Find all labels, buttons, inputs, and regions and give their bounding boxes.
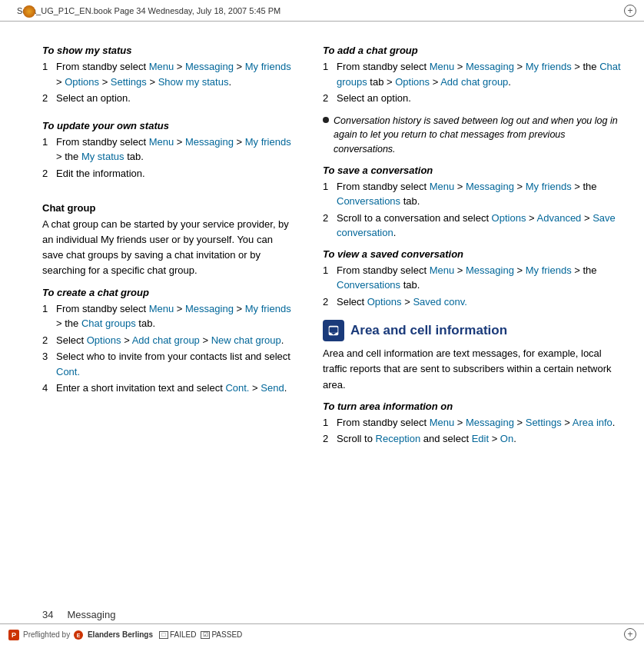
menu-link: Reception <box>376 433 421 444</box>
step-item: 1 From standby select Menu > Messaging >… <box>323 263 621 293</box>
left-column: To show my status 1 From standby select … <box>0 22 307 623</box>
step-item: 1 From standby select Menu > Messaging >… <box>42 135 292 165</box>
note-icon <box>323 117 329 123</box>
menu-link: Options <box>367 296 402 308</box>
note-text: Conversation history is saved between lo… <box>334 114 621 157</box>
failed-label: FAILED <box>170 630 196 639</box>
area-section-body: Area and cell information are text messa… <box>323 346 621 392</box>
sofia-logo-mark <box>23 5 35 18</box>
step-item: 1 From standby select Menu > Messaging >… <box>42 301 292 331</box>
menu-link: Menu <box>149 303 174 314</box>
menu-link: Menu <box>149 61 174 72</box>
main-content: To show my status 1 From standby select … <box>0 22 644 623</box>
preflight-text: Preflighted by <box>23 630 70 639</box>
page-footer-label: 34 Messaging <box>42 609 115 620</box>
footer-left: P Preflighted by E Elanders Berlings <box>8 629 153 641</box>
menu-link: Options <box>492 212 526 224</box>
area-section-title: Area and cell information <box>350 323 507 338</box>
menu-link: Area info <box>573 417 612 428</box>
section-add-chat-steps: 1 From standby select Menu > Messaging >… <box>323 59 621 106</box>
header-title: Sofia_UG_P1C_EN.book Page 34 Wednesday, … <box>17 6 281 15</box>
preflight-icon: P <box>8 629 20 641</box>
section-turn-area-on-steps: 1 From standby select Menu > Messaging >… <box>323 415 621 447</box>
footer-badges: □ FAILED ☑ PASSED <box>159 630 242 639</box>
menu-link: Messaging <box>466 181 514 192</box>
menu-link: Options <box>87 334 121 346</box>
menu-link: Saved conv. <box>413 296 467 308</box>
step-item: 2 Select Options > Add chat group > New … <box>42 333 292 348</box>
step-item: 1 From standby select Menu > Messaging >… <box>323 179 621 209</box>
section-turn-area-on-title: To turn area information on <box>323 401 621 412</box>
section-save-conv-steps: 1 From standby select Menu > Messaging >… <box>323 179 621 241</box>
section-chat-group-heading: Chat group <box>42 202 292 214</box>
section-update-status-title: To update your own status <box>42 120 292 131</box>
step-item: 2 Select an option. <box>42 91 292 106</box>
menu-link: Edit <box>472 433 489 444</box>
right-column: To add a chat group 1 From standby selec… <box>307 22 644 623</box>
footer-crosshair-right <box>624 628 636 640</box>
menu-link: Add chat group <box>132 334 200 346</box>
menu-link: Messaging <box>466 61 514 72</box>
menu-link: On <box>500 433 513 444</box>
footer-bar: P Preflighted by E Elanders Berlings □ F… <box>0 623 644 645</box>
area-section-header: Area and cell information <box>323 320 621 341</box>
menu-link: Show my status <box>158 76 229 88</box>
menu-link: My friends <box>526 264 572 276</box>
menu-link: My friends <box>245 136 291 148</box>
menu-link: Messaging <box>466 264 514 276</box>
menu-link: Menu <box>430 264 455 276</box>
section-show-status-title: To show my status <box>42 45 292 56</box>
step-item: 2 Select an option. <box>323 91 621 106</box>
svg-text:E: E <box>77 633 81 638</box>
menu-link: Menu <box>430 181 455 192</box>
section-view-conv-steps: 1 From standby select Menu > Messaging >… <box>323 263 621 310</box>
menu-link: Conversations <box>337 195 400 207</box>
area-svg-icon <box>327 324 340 337</box>
passed-label: PASSED <box>211 630 242 639</box>
step-item: 1 From standby select Menu > Messaging >… <box>323 59 621 89</box>
step-item: 3 Select who to invite from your contact… <box>42 349 292 379</box>
step-item: 2 Scroll to a conversation and select Op… <box>323 211 621 241</box>
menu-link: Messaging <box>185 303 234 314</box>
elanders-label: E Elanders Berlings <box>73 630 153 640</box>
step-item: 2 Select Options > Saved conv. <box>323 294 621 310</box>
menu-link: My friends <box>245 61 291 72</box>
chat-group-body: A chat group can be started by your serv… <box>42 217 292 279</box>
header-bar: Sofia_UG_P1C_EN.book Page 34 Wednesday, … <box>0 0 644 22</box>
menu-link: My friends <box>526 181 572 192</box>
svg-text:P: P <box>12 631 16 639</box>
menu-link: My status <box>81 151 124 162</box>
section-label: Messaging <box>68 609 116 620</box>
step-item: 2 Scroll to Reception and select Edit > … <box>323 431 621 447</box>
menu-link: Chat groups <box>81 318 136 329</box>
menu-link: Messaging <box>466 417 514 428</box>
step-item: 2 Edit the information. <box>42 166 292 181</box>
menu-link: Messaging <box>185 61 234 72</box>
menu-link: Cont. <box>56 366 80 377</box>
section-create-chat-steps: 1 From standby select Menu > Messaging >… <box>42 301 292 396</box>
step-item: 4 Enter a short invitation text and sele… <box>42 381 292 396</box>
elanders-text: Elanders Berlings <box>88 630 153 638</box>
elanders-logo-icon: E <box>73 630 84 640</box>
section-save-conv-title: To save a conversation <box>323 165 621 176</box>
passed-badge: ☑ PASSED <box>201 630 242 639</box>
menu-link: Conversations <box>337 279 400 291</box>
menu-link: Add chat group <box>440 76 508 88</box>
failed-badge: □ FAILED <box>159 630 196 639</box>
step-item: 1 From standby select Menu > Messaging >… <box>323 415 621 431</box>
failed-checkbox: □ <box>159 631 168 639</box>
page-number: 34 <box>42 609 53 620</box>
menu-link: Options <box>395 76 430 88</box>
menu-link: Advanced <box>537 212 582 224</box>
menu-link: My friends <box>526 61 572 72</box>
section-add-chat-title: To add a chat group <box>323 45 621 56</box>
menu-link: My friends <box>245 303 291 314</box>
menu-link: Options <box>65 76 99 88</box>
menu-link: Send <box>261 382 284 394</box>
menu-link: Menu <box>149 136 174 148</box>
note-block: Conversation history is saved between lo… <box>323 114 621 157</box>
passed-checkbox: ☑ <box>201 631 210 639</box>
menu-link: Menu <box>430 417 455 428</box>
area-icon <box>323 320 344 341</box>
header-crosshair-right <box>624 5 636 17</box>
